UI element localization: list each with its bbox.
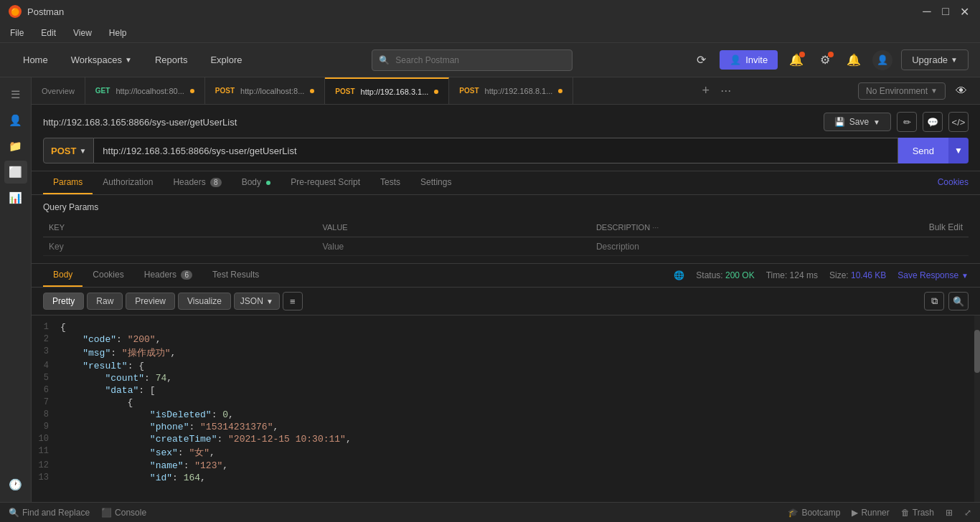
json-line-12: 12 "name": "123", — [32, 460, 980, 472]
req-tab-body[interactable]: Body — [232, 171, 281, 194]
runner-icon: ▶ — [852, 508, 858, 518]
save-response-chevron-icon: ▼ — [961, 272, 969, 280]
upgrade-button[interactable]: Upgrade ▼ — [901, 49, 969, 70]
save-icon: 💾 — [834, 117, 845, 127]
menu-edit[interactable]: Edit — [38, 27, 59, 39]
no-environment-select[interactable]: No Environment ▼ — [858, 82, 946, 100]
format-raw-button[interactable]: Raw — [87, 293, 123, 310]
code-icon-button[interactable]: </> — [948, 112, 969, 132]
tab-post-1[interactable]: POST http://localhost:8... — [205, 77, 326, 104]
json-line-10: 10 "createTime": "2021-12-15 10:30:11", — [32, 433, 980, 445]
request-title-actions: 💾 Save ▼ ✏ 💬 </> — [824, 112, 969, 132]
scrollbar-thumb[interactable] — [974, 330, 980, 373]
format-type-select[interactable]: JSON ▼ — [234, 293, 280, 310]
tab-method-post1: POST — [215, 87, 235, 95]
format-align-icon-button[interactable]: ≡ — [283, 292, 303, 310]
tab-url-get: http://localhost:80... — [116, 87, 184, 95]
json-line-8: 8 "isDeleted": 0, — [32, 409, 980, 421]
menu-help[interactable]: Help — [106, 27, 130, 39]
tab-get[interactable]: GET http://localhost:80... — [85, 77, 205, 104]
tabs-actions: + ··· — [692, 82, 740, 100]
sidebar-history-icon[interactable]: 🕐 — [4, 473, 27, 496]
window-controls[interactable]: ─ □ ✕ — [920, 4, 971, 19]
notifications-icon-button[interactable]: 🔔 — [786, 50, 806, 70]
close-button[interactable]: ✕ — [957, 4, 971, 19]
method-chevron-icon: ▼ — [79, 147, 86, 155]
req-tab-authorization[interactable]: Authorization — [93, 171, 163, 194]
save-button[interactable]: 💾 Save ▼ — [824, 113, 891, 131]
menu-file[interactable]: File — [7, 27, 27, 39]
method-select[interactable]: POST ▼ — [43, 138, 94, 163]
key-input[interactable] — [49, 242, 311, 252]
sync-icon-button[interactable]: ⟳ — [691, 50, 711, 70]
tab-post-2[interactable]: POST http://192.168.8.1... — [449, 77, 573, 104]
nav-home[interactable]: Home — [11, 43, 60, 77]
search-input[interactable] — [372, 49, 573, 71]
sidebar-environments-icon[interactable]: 📁 — [4, 135, 27, 158]
maximize-button[interactable]: □ — [938, 4, 953, 19]
expand-icon-button[interactable]: ⤢ — [964, 508, 971, 518]
search-bar: 🔍 — [254, 49, 692, 71]
find-replace-item[interactable]: 🔍 Find and Replace — [9, 508, 90, 518]
settings-icon-button[interactable]: ⚙ — [815, 50, 835, 70]
sidebar-mock-icon[interactable]: ⬜ — [4, 161, 27, 184]
format-pretty-button[interactable]: Pretty — [43, 293, 84, 310]
copy-response-button[interactable]: ⧉ — [924, 292, 944, 310]
invite-button[interactable]: 👤 Invite — [720, 50, 778, 70]
req-tab-params[interactable]: Params — [43, 171, 93, 194]
description-input[interactable] — [596, 242, 858, 252]
status-bar: 🔍 Find and Replace ⬛ Console 🎓 Bootcamp … — [0, 502, 980, 522]
resp-tab-body[interactable]: Body — [43, 264, 83, 287]
nav-explore[interactable]: Explore — [199, 43, 253, 77]
bell-icon-button[interactable]: 🔔 — [844, 50, 864, 70]
format-preview-button[interactable]: Preview — [126, 293, 175, 310]
response-section: Body Cookies Headers 6 Test Results 🌐 St… — [32, 263, 980, 502]
console-item[interactable]: ⬛ Console — [101, 508, 146, 518]
nav-reports[interactable]: Reports — [143, 43, 199, 77]
trash-icon: 🗑 — [901, 508, 910, 518]
layout-icon: ⊞ — [946, 508, 953, 518]
json-line-11: 11 "sex": "女", — [32, 445, 980, 460]
menu-view[interactable]: View — [70, 27, 95, 39]
avatar[interactable]: 👤 — [872, 50, 892, 70]
tab-post-active[interactable]: POST http://192.168.3.1... — [325, 77, 449, 104]
tab-overview[interactable]: Overview — [32, 77, 85, 104]
add-tab-button[interactable]: + — [697, 82, 715, 100]
format-visualize-button[interactable]: Visualize — [178, 293, 231, 310]
sidebar-collections-icon[interactable]: 👤 — [4, 109, 27, 132]
send-button[interactable]: Send — [898, 138, 948, 163]
cookies-link[interactable]: Cookies — [938, 171, 969, 194]
tab-dot-post1 — [310, 89, 314, 93]
env-eye-icon-button[interactable]: 👁 — [951, 81, 971, 101]
send-dropdown-button[interactable]: ▼ — [948, 138, 969, 163]
tab-url-post2: http://192.168.8.1... — [485, 87, 553, 95]
tab-dot-post-active — [434, 90, 438, 94]
bootcamp-item[interactable]: 🎓 Bootcamp — [788, 508, 840, 518]
trash-item[interactable]: 🗑 Trash — [901, 508, 934, 518]
sidebar-icons: ☰ 👤 📁 ⬜ 📊 🕐 — [0, 77, 32, 502]
nav-workspaces[interactable]: Workspaces ▼ — [60, 43, 143, 77]
sidebar-monitor-icon[interactable]: 📊 — [4, 186, 27, 209]
comment-icon-button[interactable]: 💬 — [923, 112, 943, 132]
resp-tab-headers[interactable]: Headers 6 — [134, 264, 202, 287]
json-line-4: 4 "result": { — [32, 360, 980, 372]
more-tabs-button[interactable]: ··· — [717, 82, 735, 100]
req-tab-pre-request[interactable]: Pre-request Script — [281, 171, 370, 194]
layout-icon-button[interactable]: ⊞ — [946, 508, 953, 518]
search-response-button[interactable]: 🔍 — [948, 292, 969, 310]
minimize-button[interactable]: ─ — [920, 4, 934, 19]
resp-tab-cookies[interactable]: Cookies — [83, 264, 133, 287]
edit-icon-button[interactable]: ✏ — [897, 112, 917, 132]
runner-item[interactable]: ▶ Runner — [852, 508, 889, 518]
req-tab-settings[interactable]: Settings — [410, 171, 461, 194]
bulk-edit-button[interactable]: Bulk Edit — [929, 222, 963, 232]
value-input[interactable] — [322, 242, 584, 252]
resp-tab-test-results[interactable]: Test Results — [202, 264, 269, 287]
json-line-7: 7 { — [32, 397, 980, 409]
save-response-button[interactable]: Save Response ▼ — [897, 270, 969, 280]
sidebar-new-request-icon[interactable]: ☰ — [4, 83, 27, 106]
req-tab-tests[interactable]: Tests — [370, 171, 410, 194]
search-icon: 🔍 — [379, 55, 390, 65]
url-input[interactable] — [94, 138, 897, 163]
req-tab-headers[interactable]: Headers 8 — [163, 171, 231, 194]
